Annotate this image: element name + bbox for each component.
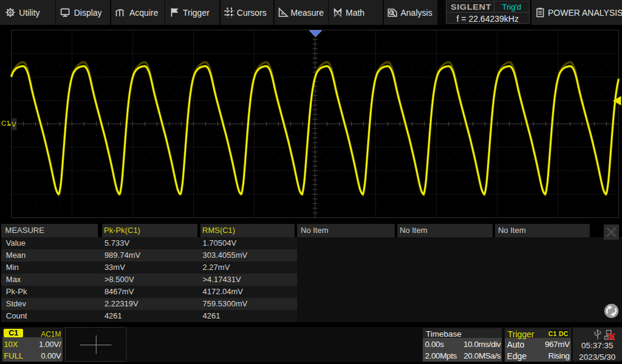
svg-text:C1: C1 (1, 120, 10, 127)
svg-text:V: V (12, 121, 16, 128)
